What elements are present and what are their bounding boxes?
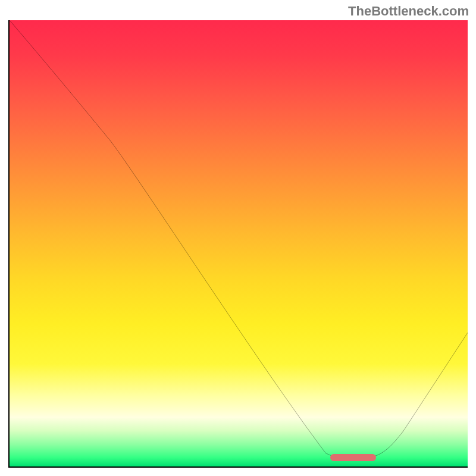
plot-area (8, 20, 468, 468)
plot-frame (8, 20, 468, 468)
watermark-text: TheBottleneck.com (348, 4, 469, 19)
optimal-range-marker (330, 454, 376, 461)
bottleneck-curve (10, 20, 468, 466)
